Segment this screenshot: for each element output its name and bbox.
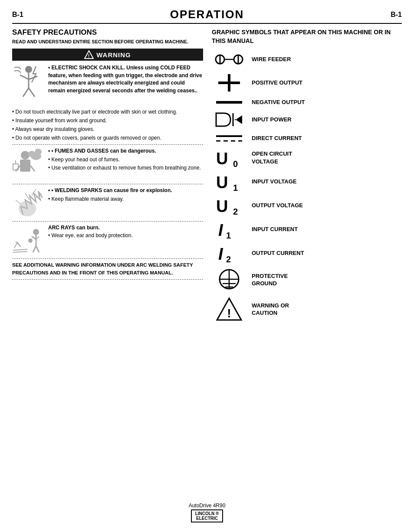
svg-marker-40 xyxy=(236,115,242,124)
sparks-icon xyxy=(12,187,45,219)
lincoln-electric-logo: LINCOLN ® ELECTRIC xyxy=(191,509,223,522)
bullet-4: Do not operate with covers, panels or gu… xyxy=(12,134,203,142)
svg-line-4 xyxy=(20,75,29,79)
svg-text:U: U xyxy=(216,197,228,215)
i2-icon: I 2 xyxy=(214,243,244,263)
sparks-section: • WELDING SPARKS can cause fire or explo… xyxy=(12,187,203,219)
fumes-text: • FUMES AND GASSES can be dangerous. Kee… xyxy=(48,147,201,181)
svg-point-8 xyxy=(21,151,30,160)
sparks-welding-icon xyxy=(12,187,45,217)
caution-triangle-icon: ! xyxy=(216,297,242,322)
minus-icon xyxy=(214,98,244,107)
protective-ground-label: PROTECTIVEGROUND xyxy=(252,272,288,287)
svg-point-14 xyxy=(35,149,42,155)
warning-box: ! WARNING xyxy=(12,49,203,61)
symbol-row-warning-caution: ! WARNING ORCAUTION xyxy=(212,297,402,322)
svg-point-22 xyxy=(33,229,39,235)
electric-shock-icon xyxy=(12,64,45,104)
open-circuit-voltage-symbol: U 0 xyxy=(212,148,246,167)
symbol-row-output-voltage: U 2 OUTPUT VOLTAGE xyxy=(212,196,402,215)
wire-feeder-label: WIRE FEEDER xyxy=(252,55,291,63)
u0-icon: U 0 xyxy=(214,148,244,167)
plus-icon xyxy=(214,72,244,94)
svg-point-30 xyxy=(28,238,33,243)
svg-text:0: 0 xyxy=(233,159,238,169)
bullet-2: Insulate yourself from work and ground. xyxy=(12,117,203,124)
output-current-symbol: I 2 xyxy=(212,243,246,263)
fumes-bullet-1: • FUMES AND GASSES can be dangerous. xyxy=(48,147,201,155)
warning-caution-label: WARNING ORCAUTION xyxy=(252,302,289,317)
wire-feeder-icon xyxy=(214,51,244,68)
svg-point-21 xyxy=(19,201,36,216)
output-current-label: OUTPUT CURRENT xyxy=(252,249,304,257)
symbol-row-input-current: I 1 INPUT CURRENT xyxy=(212,219,402,239)
svg-text:I: I xyxy=(218,245,223,263)
warning-label: WARNING xyxy=(96,51,131,59)
graphic-symbols-heading: GRAPHIC SYMBOLS THAT APPEAR ON THIS MACH… xyxy=(212,28,402,45)
symbol-row-input-power: INPUT POWER xyxy=(212,111,402,128)
input-voltage-label: INPUT VOLTAGE xyxy=(252,178,297,186)
safety-subheading: READ AND UNDERSTAND ENTIRE SECTION BEFOR… xyxy=(12,39,203,45)
divider-3 xyxy=(12,221,203,222)
negative-output-symbol xyxy=(212,98,246,107)
direct-current-label: DIRECT CURRENT xyxy=(252,134,302,142)
brand-line2: ELECTRIC xyxy=(196,516,218,521)
input-power-label: INPUT POWER xyxy=(252,116,292,124)
svg-rect-9 xyxy=(20,160,30,172)
svg-line-28 xyxy=(13,249,27,250)
symbol-row-open-circuit-voltage: U 0 OPEN CIRCUITVOLTAGE xyxy=(212,148,402,167)
fumes-section: • FUMES AND GASSES can be dangerous. Kee… xyxy=(12,147,203,181)
product-name: AutoDrive 4R90 xyxy=(0,503,414,509)
svg-text:2: 2 xyxy=(233,207,238,216)
right-column: GRAPHIC SYMBOLS THAT APPEAR ON THIS MACH… xyxy=(212,28,402,326)
sparks-bullet-1: • WELDING SPARKS can cause fire or explo… xyxy=(48,187,172,194)
input-power-icon xyxy=(214,111,244,128)
left-column: SAFETY PRECAUTIONS READ AND UNDERSTAND E… xyxy=(12,28,203,326)
negative-output-label: NEGATIVE OUTPUT xyxy=(252,98,305,106)
input-current-label: INPUT CURRENT xyxy=(252,225,298,233)
svg-line-26 xyxy=(33,246,36,252)
header-page-num-right: B-1 xyxy=(391,11,402,19)
svg-line-11 xyxy=(30,166,35,171)
svg-text:!: ! xyxy=(88,53,90,59)
main-content: SAFETY PRECAUTIONS READ AND UNDERSTAND E… xyxy=(12,28,402,326)
svg-line-20 xyxy=(16,200,21,204)
direct-current-icon xyxy=(214,133,244,144)
svg-text:!: ! xyxy=(227,307,231,320)
svg-text:1: 1 xyxy=(233,183,238,193)
footer: AutoDrive 4R90 LINCOLN ® ELECTRIC xyxy=(0,503,414,522)
input-voltage-symbol: U 1 xyxy=(212,172,246,191)
electric-shock-section: • ELECTRIC SHOCK CAN KILL. Unless using … xyxy=(12,64,203,104)
positive-output-symbol xyxy=(212,72,246,94)
wire-feeder-symbol xyxy=(212,51,246,68)
fumes-bullet-3: Use ventilation or exhaust to remove fum… xyxy=(48,164,201,172)
symbol-row-negative: NEGATIVE OUTPUT xyxy=(212,98,402,107)
sparks-bullet-2: Keep flammable material away. xyxy=(48,196,172,203)
positive-output-label: POSITIVE OUTPUT xyxy=(252,79,302,87)
arc-bullet-1: Wear eye, ear and body protection. xyxy=(48,232,133,239)
electric-shock-bullets: Do not touch electrically live part or e… xyxy=(12,108,203,142)
divider-4 xyxy=(12,258,203,259)
bullet-3: Always wear dry insulating gloves. xyxy=(12,125,203,133)
warning-caution-symbol: ! xyxy=(212,297,246,322)
input-current-symbol: I 1 xyxy=(212,219,246,239)
svg-text:2: 2 xyxy=(226,255,231,264)
symbol-row-protective-ground: PROTECTIVEGROUND xyxy=(212,267,402,292)
page: B-1 OPERATION B-1 SAFETY PRECAUTIONS REA… xyxy=(0,0,414,532)
additional-warning-text: SEE ADDITIONAL WARNING INFORMATION UNDER… xyxy=(12,261,203,277)
i1-icon: I 1 xyxy=(214,219,244,239)
ground-icon xyxy=(214,267,244,292)
header-page-num-left: B-1 xyxy=(12,11,23,19)
svg-point-2 xyxy=(25,66,32,73)
svg-text:I: I xyxy=(218,221,223,239)
fumes-icon xyxy=(12,147,45,181)
arc-icon xyxy=(12,224,45,256)
arc-rays-icon xyxy=(12,224,45,255)
brand-line1: LINCOLN xyxy=(195,511,214,516)
svg-point-13 xyxy=(28,151,35,157)
output-voltage-label: OUTPUT VOLTAGE xyxy=(252,202,303,209)
symbol-row-input-voltage: U 1 INPUT VOLTAGE xyxy=(212,172,402,191)
fumes-person-icon xyxy=(12,147,45,180)
symbol-row-output-current: I 2 OUTPUT CURRENT xyxy=(212,243,402,263)
header: B-1 OPERATION B-1 xyxy=(12,8,402,24)
